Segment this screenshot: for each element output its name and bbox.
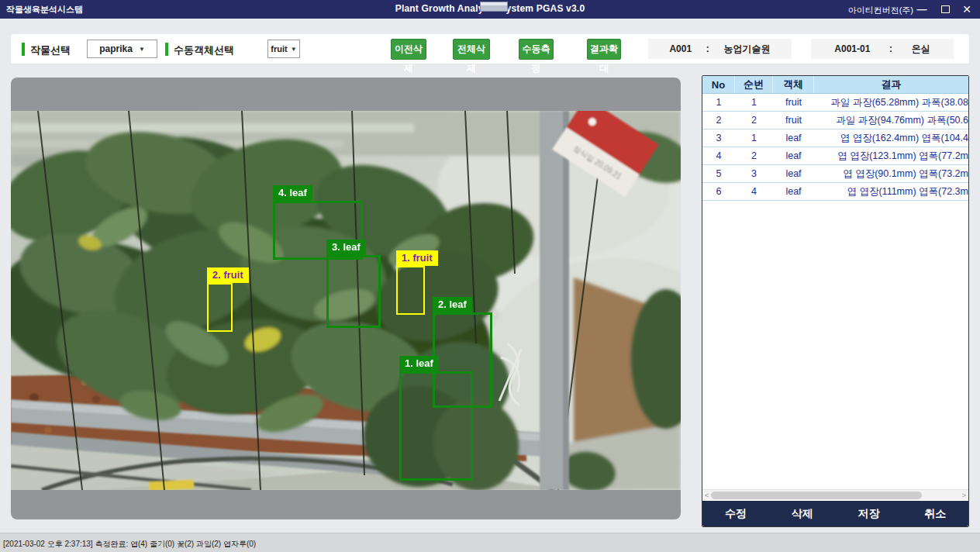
column-header-seq: 순번 [735, 76, 773, 93]
scrollbar-thumb[interactable] [711, 492, 922, 499]
scroll-right-icon[interactable]: > [962, 492, 966, 499]
close-button[interactable]: ✕ [955, 0, 978, 19]
horizontal-scrollbar[interactable]: < > [702, 489, 968, 500]
detection-label: 2. leaf [433, 297, 472, 312]
table-cell: leaf [773, 133, 814, 143]
table-cell: 2 [735, 115, 773, 126]
table-row[interactable]: 31leaf엽 엽장(162.4mm) 엽폭(104.4 [702, 129, 968, 147]
detection-box-1-fruit[interactable] [396, 266, 425, 315]
site-code: A001 [669, 43, 692, 54]
minimize-button[interactable]: — [910, 0, 933, 19]
table-cell: 과일 과장(94.76mm) 과폭(50.6 [814, 114, 968, 127]
table-cell: 6 [702, 186, 735, 197]
column-header-object: 객체 [773, 76, 814, 93]
table-cell: 4 [735, 186, 773, 197]
chevron-down-icon: ▼ [291, 46, 297, 53]
crop-select-value: paprika [99, 43, 133, 54]
site-info-box: A001 : 농업기술원 [648, 39, 792, 59]
detection-label: 1. leaf [399, 356, 439, 371]
result-zoom-button[interactable]: 결과확대 [587, 39, 621, 60]
table-row[interactable]: 42leaf엽 엽장(123.1mm) 엽폭(77.2m [702, 147, 968, 165]
table-header: No 순번 객체 결과 [702, 76, 968, 94]
table-cell: 1 [702, 97, 735, 108]
maximize-button[interactable] [933, 0, 957, 19]
cancel-button[interactable]: 취소 [902, 501, 968, 526]
table-cell: 3 [735, 168, 773, 179]
delete-button[interactable]: 삭제 [769, 501, 836, 526]
overlay-layer: 4. leaf3. leaf1. fruit2. fruit2. leaf1. … [11, 78, 681, 519]
site-name: 농업기술원 [724, 43, 771, 56]
title-bar: 작물생육분석시스템 Plant Growth Analysis System P… [0, 0, 980, 19]
delete-all-button[interactable]: 전체삭제 [453, 39, 490, 60]
table-row[interactable]: 22fruit과일 과장(94.76mm) 과폭(50.6 [702, 112, 968, 129]
table-cell: 4 [702, 150, 735, 161]
detection-label: 2. fruit [207, 267, 249, 283]
table-row[interactable]: 11fruit과일 과장(65.28mm) 과폭(38.08 [702, 94, 968, 112]
house-name: 온실 [912, 43, 930, 56]
chevron-down-icon: ▼ [139, 46, 145, 53]
house-info-box: A001-01 : 온실 [811, 39, 954, 59]
object-select-marker [165, 43, 168, 56]
toolbar: 작물선택 paprika ▼ 수동객체선택 fruit ▼ 이전삭제 전체삭제 … [11, 34, 969, 64]
table-cell: 3 [702, 133, 735, 143]
table-cell: 과일 과장(65.28mm) 과폭(38.08 [814, 96, 968, 109]
edit-button[interactable]: 수정 [702, 501, 769, 526]
table-cell: 엽 엽장(111mm) 엽폭(72.3m [814, 185, 968, 198]
table-cell: 1 [735, 97, 773, 108]
company-name: 아이티컨버전(주) [848, 5, 913, 16]
panel-button-bar: 수정 삭제 저장 취소 [702, 501, 968, 526]
table-cell: leaf [773, 150, 814, 161]
table-cell: fruit [773, 115, 814, 126]
object-select-dropdown[interactable]: fruit ▼ [267, 40, 300, 58]
house-code: A001-01 [834, 43, 870, 54]
status-message: [2021-03-02 오후 2:37:13] 측정완료: 엽(4) 줄기(0)… [3, 539, 256, 550]
table-cell: 엽 엽장(162.4mm) 엽폭(104.4 [814, 132, 968, 145]
detection-box-1-leaf[interactable] [399, 371, 473, 481]
column-header-result: 결과 [814, 76, 968, 93]
status-bar: [2021-03-02 오후 2:37:13] 측정완료: 엽(4) 줄기(0)… [0, 533, 980, 552]
detection-box-3-leaf[interactable] [326, 255, 381, 328]
column-header-no: No [702, 76, 735, 93]
mini-window-icon [480, 2, 508, 12]
table-cell: leaf [773, 168, 814, 179]
table-cell: fruit [773, 97, 814, 108]
detection-label: 1. fruit [396, 250, 438, 266]
table-cell: 2 [735, 150, 773, 161]
manual-measure-button[interactable]: 수동측정 [519, 39, 554, 60]
table-cell: 2 [702, 115, 735, 126]
table-row[interactable]: 53leaf엽 엽장(90.1mm) 엽폭(73.2m [702, 165, 968, 183]
object-select-label: 수동객체선택 [174, 43, 234, 57]
detection-label: 3. leaf [326, 240, 366, 255]
detection-box-2-fruit[interactable] [207, 283, 233, 332]
table-cell: 1 [735, 133, 773, 143]
table-cell: 5 [702, 168, 735, 179]
table-cell: 엽 엽장(123.1mm) 엽폭(77.2m [814, 150, 968, 163]
table-row[interactable]: 64leaf엽 엽장(111mm) 엽폭(72.3m [702, 183, 968, 201]
detection-label: 4. leaf [273, 185, 312, 201]
object-select-value: fruit [271, 44, 287, 53]
save-button[interactable]: 저장 [836, 501, 902, 526]
crop-select-marker [22, 43, 25, 56]
table-body: 11fruit과일 과장(65.28mm) 과폭(38.0822fruit과일 … [702, 94, 968, 201]
delete-previous-button[interactable]: 이전삭제 [391, 39, 426, 60]
house-separator: : [889, 43, 892, 54]
site-separator: : [706, 43, 709, 54]
crop-select-label: 작물선택 [30, 43, 71, 57]
camera-image-view[interactable]: 정식일 20.09.21 4. leaf3. leaf1. fruit2. fr… [11, 78, 681, 519]
scroll-left-icon[interactable]: < [705, 492, 709, 499]
results-panel: No 순번 객체 결과 11fruit과일 과장(65.28mm) 과폭(38.… [702, 75, 969, 527]
table-cell: leaf [773, 186, 814, 197]
crop-select-dropdown[interactable]: paprika ▼ [87, 40, 157, 58]
maximize-icon [941, 5, 950, 13]
table-cell: 엽 엽장(90.1mm) 엽폭(73.2m [814, 167, 968, 181]
